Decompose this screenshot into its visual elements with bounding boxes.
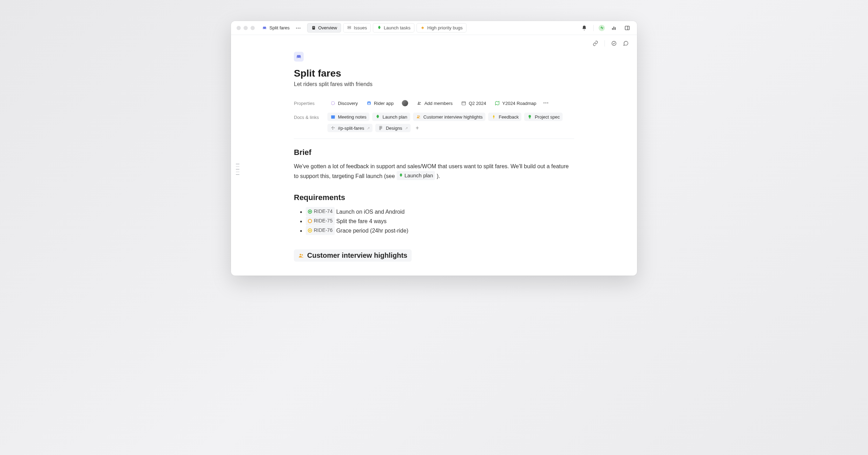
maximize-window-button[interactable] xyxy=(251,26,255,30)
svg-point-12 xyxy=(331,101,334,105)
svg-rect-1 xyxy=(313,27,314,27)
outline-minimap[interactable] xyxy=(236,164,239,175)
rocket-icon xyxy=(375,114,381,120)
doc-chip-feedback[interactable]: Feedback xyxy=(488,113,521,121)
inline-doc-link[interactable]: Launch plan xyxy=(397,171,435,180)
close-window-button[interactable] xyxy=(237,26,241,30)
svg-rect-28 xyxy=(333,128,333,130)
requirements-heading: Requirements xyxy=(294,193,574,202)
panel-toggle-button[interactable] xyxy=(623,24,631,32)
svg-marker-19 xyxy=(496,101,499,105)
comments-button[interactable] xyxy=(622,39,630,48)
requirements-list: RIDE-74 Launch on iOS and Android RIDE-7… xyxy=(294,207,574,236)
svg-point-35 xyxy=(302,254,303,256)
document-toolbar xyxy=(231,35,637,52)
stack-icon xyxy=(347,26,352,30)
document-body[interactable]: Brief We've gotten a lot of feedback in … xyxy=(294,148,574,262)
breadcrumb[interactable]: Split fares ••• xyxy=(262,25,302,31)
brief-text-after: ). xyxy=(435,173,440,179)
slack-icon xyxy=(330,125,336,131)
project-health-button[interactable] xyxy=(599,25,605,31)
doc-chip-designs[interactable]: Designs ↗ xyxy=(375,124,411,132)
svg-rect-25 xyxy=(331,128,333,128)
members-chip[interactable] xyxy=(399,99,411,108)
tab-label: Overview xyxy=(318,25,337,30)
doc-label: Meeting notes xyxy=(338,114,367,120)
doc-chip-slack-channel[interactable]: #p-split-fares ↗ xyxy=(327,124,372,132)
avatar xyxy=(402,100,408,106)
titlebar-actions xyxy=(580,24,631,32)
svg-rect-8 xyxy=(615,27,616,30)
team-chip[interactable]: Rider app xyxy=(363,99,396,107)
breadcrumb-more-button[interactable]: ••• xyxy=(295,25,303,31)
doc-chip-customer-interviews[interactable]: Customer interview highlights xyxy=(413,113,486,121)
issue-badge[interactable]: RIDE-76 xyxy=(306,226,335,235)
svg-rect-7 xyxy=(614,27,614,30)
pin-icon xyxy=(491,114,497,120)
people-icon xyxy=(298,253,304,259)
brief-paragraph: We've gotten a lot of feedback in suppor… xyxy=(294,162,574,180)
issue-text: Grace period (24hr post-ride) xyxy=(336,228,408,234)
svg-rect-6 xyxy=(612,28,613,30)
doc-label: Customer interview highlights xyxy=(424,114,483,120)
subscribe-button[interactable] xyxy=(610,39,618,48)
status-started-icon xyxy=(308,228,312,233)
doc-label: Designs xyxy=(386,126,402,131)
properties-more-button[interactable]: ••• xyxy=(542,100,550,106)
doc-chip-meeting-notes[interactable]: Meeting notes xyxy=(327,113,369,121)
svg-point-34 xyxy=(300,254,302,256)
calendar-icon xyxy=(330,114,336,120)
svg-rect-17 xyxy=(462,102,466,105)
doc-label: Project spec xyxy=(535,114,560,120)
tab-high-priority-bugs[interactable]: High priority bugs xyxy=(417,23,466,33)
issue-id: RIDE-75 xyxy=(314,217,333,225)
status-chip[interactable]: Discovery xyxy=(327,99,361,107)
document-content: Split fares Let riders split fares with … xyxy=(231,52,637,276)
docs-links-row: Docs & links Meeting notes Launch plan xyxy=(294,113,574,132)
status-discovery-icon xyxy=(330,100,336,106)
doc-label: Feedback xyxy=(499,114,519,120)
add-link-button[interactable]: + xyxy=(413,124,421,132)
page-title[interactable]: Split fares xyxy=(294,68,574,79)
window-controls[interactable] xyxy=(237,26,255,30)
docs-label: Docs & links xyxy=(294,113,327,120)
add-members-chip[interactable]: Add members xyxy=(414,99,455,107)
status-completed-icon xyxy=(308,209,312,214)
rocket-icon xyxy=(377,26,382,30)
roadmap-label: Y2024 Roadmap xyxy=(502,101,536,106)
external-link-icon: ↗ xyxy=(405,126,408,130)
project-icon-button[interactable] xyxy=(294,52,304,62)
insights-button[interactable] xyxy=(610,24,618,32)
issue-text: Split the fare 4 ways xyxy=(336,218,386,224)
svg-rect-27 xyxy=(333,126,333,128)
embed-title: Customer interview highlights xyxy=(307,251,407,260)
target-date-chip[interactable]: Q2 2024 xyxy=(458,99,489,107)
issue-badge[interactable]: RIDE-75 xyxy=(306,216,335,226)
svg-rect-4 xyxy=(348,28,351,29)
tab-issues[interactable]: Issues xyxy=(343,23,371,33)
embed-header[interactable]: Customer interview highlights xyxy=(294,249,412,262)
tab-label: Launch tasks xyxy=(384,25,411,30)
roadmap-chip[interactable]: Y2024 Roadmap xyxy=(492,99,539,107)
figma-icon xyxy=(378,125,384,131)
svg-point-23 xyxy=(419,116,420,117)
svg-rect-3 xyxy=(348,26,351,27)
tab-label: Issues xyxy=(354,25,367,30)
doc-chip-launch-plan[interactable]: Launch plan xyxy=(372,113,410,121)
copy-link-button[interactable] xyxy=(591,39,600,48)
doc-label: #p-split-fares xyxy=(338,126,364,131)
tab-overview[interactable]: Overview xyxy=(307,23,341,33)
doc-label: Launch plan xyxy=(383,114,407,120)
docs-values: Meeting notes Launch plan Customer inter… xyxy=(327,113,574,132)
issue-badge[interactable]: RIDE-74 xyxy=(306,207,335,216)
page-subtitle[interactable]: Let riders split fares with friends xyxy=(294,81,574,87)
tab-launch-tasks[interactable]: Launch tasks xyxy=(373,23,414,33)
doc-chip-project-spec[interactable]: Project spec xyxy=(524,113,563,121)
svg-rect-26 xyxy=(333,128,335,128)
minimize-window-button[interactable] xyxy=(244,26,248,30)
people-icon xyxy=(417,100,422,106)
notifications-button[interactable] xyxy=(580,24,588,32)
requirements-item: RIDE-74 Launch on iOS and Android xyxy=(306,207,574,216)
target-date-label: Q2 2024 xyxy=(469,101,486,106)
team-icon xyxy=(366,100,372,106)
